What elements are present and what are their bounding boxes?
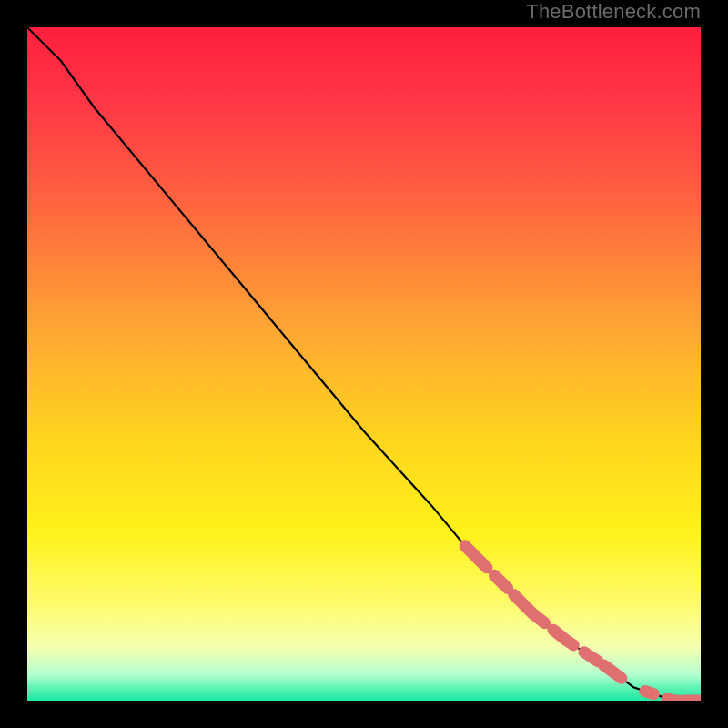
chart-overlay (27, 27, 701, 701)
plot-area (27, 27, 701, 701)
watermark-label: TheBottleneck.com (526, 0, 701, 24)
series-curve (27, 27, 701, 701)
chart-frame: TheBottleneck.com (0, 0, 728, 728)
series-highlight (465, 546, 701, 701)
